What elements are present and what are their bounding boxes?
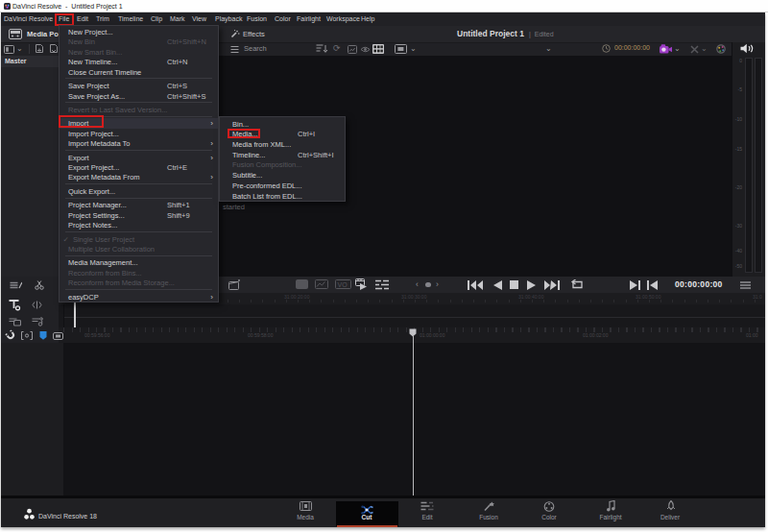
svg-text:VO: VO [338, 281, 348, 288]
